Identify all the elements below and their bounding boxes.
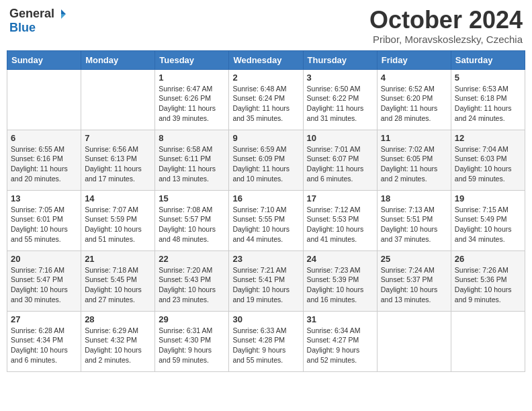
day-info: Sunrise: 6:59 AMSunset: 6:09 PMDaylight:… bbox=[232, 144, 299, 184]
day-info: Sunrise: 7:02 AMSunset: 6:05 PMDaylight:… bbox=[381, 144, 447, 184]
day-info: Sunrise: 6:55 AMSunset: 6:16 PMDaylight:… bbox=[11, 144, 77, 184]
table-row: 21Sunrise: 7:18 AMSunset: 5:45 PMDayligh… bbox=[81, 250, 155, 311]
day-info: Sunrise: 7:07 AMSunset: 5:59 PMDaylight:… bbox=[85, 205, 151, 244]
table-row: 15Sunrise: 7:08 AMSunset: 5:57 PMDayligh… bbox=[155, 190, 229, 250]
day-number: 30 bbox=[232, 314, 299, 324]
logo-blue: Blue bbox=[9, 21, 36, 35]
table-row: 5Sunrise: 6:53 AMSunset: 6:18 PMDaylight… bbox=[451, 69, 525, 130]
day-number: 3 bbox=[307, 73, 373, 83]
day-info: Sunrise: 7:26 AMSunset: 5:36 PMDaylight:… bbox=[455, 265, 521, 305]
day-info: Sunrise: 7:21 AMSunset: 5:41 PMDaylight:… bbox=[232, 265, 299, 305]
table-row bbox=[81, 69, 155, 130]
header-tuesday: Tuesday bbox=[155, 50, 229, 69]
table-row: 24Sunrise: 7:23 AMSunset: 5:39 PMDayligh… bbox=[303, 250, 377, 311]
day-number: 24 bbox=[307, 254, 373, 264]
day-number: 31 bbox=[307, 314, 373, 324]
table-row: 23Sunrise: 7:21 AMSunset: 5:41 PMDayligh… bbox=[229, 250, 303, 311]
table-row: 17Sunrise: 7:12 AMSunset: 5:53 PMDayligh… bbox=[303, 190, 377, 250]
table-row: 6Sunrise: 6:55 AMSunset: 6:16 PMDaylight… bbox=[7, 130, 81, 190]
month-title: October 2024 bbox=[369, 7, 523, 34]
day-info: Sunrise: 6:31 AMSunset: 4:30 PMDaylight:… bbox=[159, 326, 225, 365]
location: Pribor, Moravskoslezsky, Czechia bbox=[369, 34, 523, 45]
day-number: 15 bbox=[159, 193, 225, 203]
day-number: 1 bbox=[159, 73, 225, 83]
table-row: 14Sunrise: 7:07 AMSunset: 5:59 PMDayligh… bbox=[81, 190, 155, 250]
day-info: Sunrise: 6:33 AMSunset: 4:28 PMDaylight:… bbox=[232, 326, 299, 365]
logo: General Blue bbox=[9, 7, 68, 35]
day-number: 23 bbox=[232, 254, 299, 264]
day-info: Sunrise: 7:08 AMSunset: 5:57 PMDaylight:… bbox=[159, 205, 225, 244]
table-row: 18Sunrise: 7:13 AMSunset: 5:51 PMDayligh… bbox=[377, 190, 451, 250]
day-number: 6 bbox=[11, 133, 77, 143]
table-row: 22Sunrise: 7:20 AMSunset: 5:43 PMDayligh… bbox=[155, 250, 229, 311]
day-info: Sunrise: 7:13 AMSunset: 5:51 PMDaylight:… bbox=[381, 205, 447, 244]
day-number: 29 bbox=[159, 314, 225, 324]
calendar-header-row: Sunday Monday Tuesday Wednesday Thursday… bbox=[7, 50, 525, 69]
table-row: 9Sunrise: 6:59 AMSunset: 6:09 PMDaylight… bbox=[229, 130, 303, 190]
day-info: Sunrise: 6:29 AMSunset: 4:32 PMDaylight:… bbox=[85, 326, 151, 365]
table-row: 7Sunrise: 6:56 AMSunset: 6:13 PMDaylight… bbox=[81, 130, 155, 190]
page-header: General Blue October 2024 Pribor, Moravs… bbox=[7, 7, 525, 45]
logo-general: General bbox=[9, 7, 54, 21]
day-number: 7 bbox=[85, 133, 151, 143]
calendar-week-row: 1Sunrise: 6:47 AMSunset: 6:26 PMDaylight… bbox=[7, 69, 525, 130]
svg-marker-0 bbox=[61, 9, 66, 14]
day-info: Sunrise: 7:04 AMSunset: 6:03 PMDaylight:… bbox=[455, 144, 521, 184]
day-info: Sunrise: 6:50 AMSunset: 6:22 PMDaylight:… bbox=[307, 84, 373, 124]
day-number: 18 bbox=[381, 193, 447, 203]
day-info: Sunrise: 7:20 AMSunset: 5:43 PMDaylight:… bbox=[159, 265, 225, 305]
header-sunday: Sunday bbox=[7, 50, 81, 69]
table-row: 2Sunrise: 6:48 AMSunset: 6:24 PMDaylight… bbox=[229, 69, 303, 130]
day-number: 21 bbox=[85, 254, 151, 264]
table-row: 11Sunrise: 7:02 AMSunset: 6:05 PMDayligh… bbox=[377, 130, 451, 190]
calendar-week-row: 13Sunrise: 7:05 AMSunset: 6:01 PMDayligh… bbox=[7, 190, 525, 250]
day-number: 13 bbox=[11, 193, 77, 203]
calendar-week-row: 20Sunrise: 7:16 AMSunset: 5:47 PMDayligh… bbox=[7, 250, 525, 311]
table-row: 27Sunrise: 6:28 AMSunset: 4:34 PMDayligh… bbox=[7, 311, 81, 371]
svg-marker-1 bbox=[61, 14, 66, 19]
table-row: 30Sunrise: 6:33 AMSunset: 4:28 PMDayligh… bbox=[229, 311, 303, 371]
day-info: Sunrise: 6:58 AMSunset: 6:11 PMDaylight:… bbox=[159, 144, 225, 184]
day-info: Sunrise: 7:18 AMSunset: 5:45 PMDaylight:… bbox=[85, 265, 151, 305]
table-row: 10Sunrise: 7:01 AMSunset: 6:07 PMDayligh… bbox=[303, 130, 377, 190]
table-row: 1Sunrise: 6:47 AMSunset: 6:26 PMDaylight… bbox=[155, 69, 229, 130]
header-friday: Friday bbox=[377, 50, 451, 69]
day-info: Sunrise: 7:12 AMSunset: 5:53 PMDaylight:… bbox=[307, 205, 373, 244]
day-info: Sunrise: 7:10 AMSunset: 5:55 PMDaylight:… bbox=[232, 205, 299, 244]
title-section: October 2024 Pribor, Moravskoslezsky, Cz… bbox=[369, 7, 523, 45]
table-row: 25Sunrise: 7:24 AMSunset: 5:37 PMDayligh… bbox=[377, 250, 451, 311]
table-row: 4Sunrise: 6:52 AMSunset: 6:20 PMDaylight… bbox=[377, 69, 451, 130]
day-info: Sunrise: 6:53 AMSunset: 6:18 PMDaylight:… bbox=[455, 84, 521, 124]
day-number: 14 bbox=[85, 193, 151, 203]
day-number: 9 bbox=[232, 133, 299, 143]
calendar-week-row: 27Sunrise: 6:28 AMSunset: 4:34 PMDayligh… bbox=[7, 311, 525, 371]
day-number: 17 bbox=[307, 193, 373, 203]
day-info: Sunrise: 6:52 AMSunset: 6:20 PMDaylight:… bbox=[381, 84, 447, 124]
calendar-table: Sunday Monday Tuesday Wednesday Thursday… bbox=[7, 50, 525, 372]
day-number: 19 bbox=[455, 193, 521, 203]
table-row bbox=[377, 311, 451, 371]
day-number: 22 bbox=[159, 254, 225, 264]
table-row: 20Sunrise: 7:16 AMSunset: 5:47 PMDayligh… bbox=[7, 250, 81, 311]
table-row: 26Sunrise: 7:26 AMSunset: 5:36 PMDayligh… bbox=[451, 250, 525, 311]
table-row: 16Sunrise: 7:10 AMSunset: 5:55 PMDayligh… bbox=[229, 190, 303, 250]
header-wednesday: Wednesday bbox=[229, 50, 303, 69]
header-thursday: Thursday bbox=[303, 50, 377, 69]
day-info: Sunrise: 6:47 AMSunset: 6:26 PMDaylight:… bbox=[159, 84, 225, 124]
header-saturday: Saturday bbox=[451, 50, 525, 69]
day-number: 2 bbox=[232, 73, 299, 83]
day-number: 16 bbox=[232, 193, 299, 203]
day-number: 26 bbox=[455, 254, 521, 264]
table-row: 28Sunrise: 6:29 AMSunset: 4:32 PMDayligh… bbox=[81, 311, 155, 371]
table-row: 3Sunrise: 6:50 AMSunset: 6:22 PMDaylight… bbox=[303, 69, 377, 130]
day-info: Sunrise: 6:48 AMSunset: 6:24 PMDaylight:… bbox=[232, 84, 299, 124]
table-row: 31Sunrise: 6:34 AMSunset: 4:27 PMDayligh… bbox=[303, 311, 377, 371]
day-info: Sunrise: 6:28 AMSunset: 4:34 PMDaylight:… bbox=[11, 326, 77, 365]
table-row: 8Sunrise: 6:58 AMSunset: 6:11 PMDaylight… bbox=[155, 130, 229, 190]
day-number: 28 bbox=[85, 314, 151, 324]
day-info: Sunrise: 7:01 AMSunset: 6:07 PMDaylight:… bbox=[307, 144, 373, 184]
table-row bbox=[7, 69, 81, 130]
calendar-week-row: 6Sunrise: 6:55 AMSunset: 6:16 PMDaylight… bbox=[7, 130, 525, 190]
day-info: Sunrise: 7:23 AMSunset: 5:39 PMDaylight:… bbox=[307, 265, 373, 305]
logo-text: General bbox=[9, 7, 68, 21]
